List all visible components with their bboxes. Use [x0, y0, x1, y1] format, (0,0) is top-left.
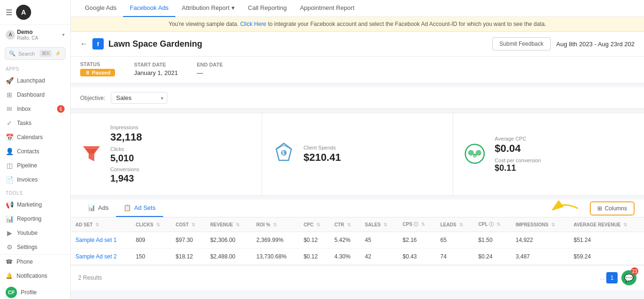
sidebar-item-profile[interactable]: CP Profile [0, 283, 70, 299]
facebook-icon: f [92, 38, 104, 50]
stat-card-cpc: % Average CPC $0.04 Cost per conversion … [453, 113, 644, 195]
ad-sets-tab-label: Ad Sets [134, 204, 156, 211]
leads-2: 74 [436, 249, 474, 265]
avatar: A [16, 5, 31, 20]
sidebar-label-notifications: Notifications [17, 273, 47, 279]
chat-badge: 23 [631, 267, 638, 275]
account-name: Demo [17, 29, 38, 35]
stats-section: Impressions 32,118 Clicks 5,010 Conversi… [71, 113, 644, 196]
col-ad-set[interactable]: AD SET ⇅ [71, 217, 131, 232]
sort-icon-ad-set: ⇅ [95, 222, 99, 227]
alert-bar: You're viewing sample data. Click Here t… [71, 17, 644, 32]
cps-1: $2.16 [398, 232, 436, 249]
cost-2: $18.12 [171, 249, 206, 265]
avg-revenue-1: $51.24 [569, 232, 644, 249]
sidebar-label-pipeline: Pipeline [17, 162, 37, 169]
hamburger-icon[interactable]: ☰ [6, 8, 12, 17]
results-count: 2 Results [78, 274, 102, 281]
col-cpl[interactable]: CPL ⓘ ⇅ [474, 217, 511, 232]
columns-button[interactable]: ⊞ Columns [590, 201, 635, 216]
inbox-badge: 6 [57, 105, 65, 113]
status-value: Paused [92, 70, 110, 75]
status-row: Status ⏸ Paused Start Date January 1, 20… [71, 57, 644, 83]
cost-per-conversion-label: Cost per conversion [495, 158, 541, 163]
back-button[interactable]: ← [80, 40, 88, 48]
avg-cpc-label: Average CPC [495, 136, 541, 141]
alert-link[interactable]: Click Here [240, 21, 266, 27]
col-cpc[interactable]: CPC ⇅ [299, 217, 330, 232]
reporting-icon: 📊 [6, 215, 13, 223]
col-sales[interactable]: SALES ⇅ [360, 217, 398, 232]
submit-feedback-button[interactable]: Submit Feedback [492, 37, 550, 50]
ad-set-link-1[interactable]: Sample Ad set 1 [75, 237, 116, 243]
sidebar-item-inbox[interactable]: ✉ Inbox 6 [0, 102, 70, 116]
col-clicks[interactable]: CLICKS ⇅ [131, 217, 171, 232]
impressions-2: 3,487 [511, 249, 569, 265]
sidebar-item-youtube[interactable]: ▶ Youtube [0, 226, 70, 240]
sidebar: ☰ A A Demo Rialto, CA ▾ 🔍 Search ⌘K ⚡ Ap… [0, 0, 71, 299]
stats-grid: Impressions 32,118 Clicks 5,010 Conversi… [71, 113, 644, 195]
sidebar-top: ☰ A [0, 0, 70, 25]
pipeline-icon: ◫ [6, 162, 13, 169]
conversions-label: Conversions [110, 166, 142, 172]
settings-icon: ⚙ [6, 243, 13, 251]
start-date-label: Start Date [134, 62, 178, 67]
top-navigation: Google Ads Facebook Ads Attribution Repo… [71, 0, 644, 17]
sidebar-item-calendars[interactable]: 📅 Calendars [0, 130, 70, 144]
account-details: Demo Rialto, CA [17, 29, 38, 41]
col-leads[interactable]: LEADS ⇅ [436, 217, 474, 232]
col-cost[interactable]: COST ⇅ [171, 217, 206, 232]
search-icon: 🔍 [9, 50, 16, 57]
sidebar-item-pipeline[interactable]: ◫ Pipeline [0, 158, 70, 173]
leads-1: 65 [436, 232, 474, 249]
chevron-down-icon: ▾ [62, 32, 65, 37]
sidebar-item-dashboard[interactable]: ⊞ Dashboard [0, 88, 70, 102]
page-btn-1[interactable]: 1 [606, 272, 618, 283]
account-selector[interactable]: A Demo Rialto, CA ▾ [0, 25, 70, 44]
tab-google-ads[interactable]: Google Ads [78, 0, 123, 17]
sort-icon-clicks: ⇅ [156, 222, 160, 227]
tab-appointment-report[interactable]: Appointment Report [293, 0, 361, 17]
roi-1: 2,369.99% [252, 232, 299, 249]
tab-call-reporting[interactable]: Call Reporting [241, 0, 293, 17]
sidebar-item-launchpad[interactable]: 🚀 Launchpad [0, 74, 70, 88]
sidebar-item-notifications[interactable]: 🔔 Notifications [0, 269, 70, 283]
col-roi[interactable]: ROI % ⇅ [252, 217, 299, 232]
tab-facebook-ads[interactable]: Facebook Ads [123, 0, 175, 17]
lightning-icon: ⚡ [55, 50, 61, 57]
sidebar-item-marketing[interactable]: 📢 Marketing [0, 198, 70, 212]
sort-icon-cost: ⇅ [191, 222, 195, 227]
sales-2: 42 [360, 249, 398, 265]
main-content: Google Ads Facebook Ads Attribution Repo… [71, 0, 644, 299]
tab-ad-sets[interactable]: 📋 Ad Sets [116, 199, 163, 217]
sort-icon-cpc: ⇅ [316, 222, 320, 227]
ad-sets-tab-icon: 📋 [124, 204, 131, 211]
col-cps[interactable]: CPS ⓘ ⇅ [398, 217, 436, 232]
objective-select[interactable]: Sales Traffic Awareness Leads [111, 92, 167, 104]
impressions-label: Impressions [110, 125, 142, 130]
apps-section-label: Apps [0, 63, 70, 74]
sidebar-item-invoices[interactable]: 📄 Invoices [0, 173, 70, 187]
col-ctr[interactable]: CTR ⇅ [330, 217, 360, 232]
search-bar[interactable]: 🔍 Search ⌘K ⚡ [5, 47, 66, 60]
tasks-icon: ✓ [6, 119, 13, 127]
sidebar-item-reporting[interactable]: 📊 Reporting [0, 212, 70, 226]
col-impressions[interactable]: IMPRESSIONS ⇅ [511, 217, 569, 232]
sort-icon-impressions: ⇅ [551, 222, 555, 227]
revenue-1: $2,306.00 [206, 232, 252, 249]
ad-set-link-2[interactable]: Sample Ad set 2 [75, 253, 116, 260]
sort-icon-cpl: ⇅ [496, 222, 500, 227]
col-revenue[interactable]: REVENUE ⇅ [206, 217, 252, 232]
col-avg-revenue[interactable]: AVERAGE REVENUE ⇅ [569, 217, 644, 232]
ad-set-name-1: Sample Ad set 1 [71, 232, 131, 249]
sidebar-item-phone[interactable]: ☎ Phone [0, 255, 70, 269]
tab-facebook-ads-label: Facebook Ads [130, 4, 168, 11]
sidebar-item-settings[interactable]: ⚙ Settings [0, 240, 70, 254]
tab-attribution-report[interactable]: Attribution Report ▾ [175, 0, 241, 17]
inbox-icon: ✉ [6, 105, 13, 113]
chat-button-area: 💬 23 [621, 270, 636, 285]
tab-ads[interactable]: 📊 Ads [80, 199, 116, 217]
sidebar-item-tasks[interactable]: ✓ Tasks [0, 116, 70, 130]
sidebar-item-contacts[interactable]: 👤 Contacts [0, 144, 70, 158]
clicks-value: 5,010 [110, 153, 142, 164]
